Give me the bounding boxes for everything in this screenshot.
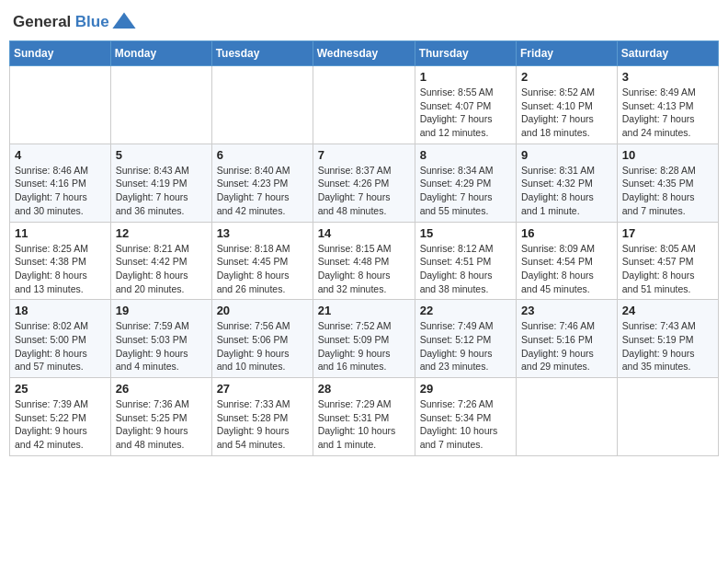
calendar-week-row: 4Sunrise: 8:46 AM Sunset: 4:16 PM Daylig… xyxy=(10,144,719,222)
calendar-header-row: SundayMondayTuesdayWednesdayThursdayFrid… xyxy=(10,41,719,66)
day-info: Sunrise: 8:12 AM Sunset: 4:51 PM Dayligh… xyxy=(420,242,511,296)
calendar-cell: 9Sunrise: 8:31 AM Sunset: 4:32 PM Daylig… xyxy=(517,144,618,222)
calendar-cell: 15Sunrise: 8:12 AM Sunset: 4:51 PM Dayli… xyxy=(415,222,516,300)
day-number: 12 xyxy=(116,226,207,240)
day-number: 13 xyxy=(217,226,308,240)
weekday-header: Saturday xyxy=(617,41,718,66)
day-number: 19 xyxy=(116,304,207,317)
calendar-cell: 23Sunrise: 7:46 AM Sunset: 5:16 PM Dayli… xyxy=(517,300,618,378)
day-info: Sunrise: 7:49 AM Sunset: 5:12 PM Dayligh… xyxy=(420,319,511,373)
day-number: 1 xyxy=(420,70,511,84)
calendar-cell: 13Sunrise: 8:18 AM Sunset: 4:45 PM Dayli… xyxy=(211,222,313,300)
calendar-cell xyxy=(211,66,313,144)
calendar-cell: 7Sunrise: 8:37 AM Sunset: 4:26 PM Daylig… xyxy=(313,144,415,222)
svg-marker-0 xyxy=(112,13,135,29)
day-info: Sunrise: 7:43 AM Sunset: 5:19 PM Dayligh… xyxy=(622,319,713,373)
calendar-cell: 27Sunrise: 7:33 AM Sunset: 5:28 PM Dayli… xyxy=(211,378,313,456)
day-number: 18 xyxy=(15,304,106,317)
logo-line1: General xyxy=(13,13,71,30)
day-info: Sunrise: 8:09 AM Sunset: 4:54 PM Dayligh… xyxy=(521,242,612,296)
header: General Blue xyxy=(9,9,719,35)
day-number: 21 xyxy=(318,304,410,317)
day-number: 5 xyxy=(116,148,207,162)
day-info: Sunrise: 8:02 AM Sunset: 5:00 PM Dayligh… xyxy=(15,319,106,373)
day-number: 15 xyxy=(420,226,511,240)
day-number: 2 xyxy=(521,70,612,84)
calendar-week-row: 1Sunrise: 8:55 AM Sunset: 4:07 PM Daylig… xyxy=(10,66,719,144)
day-info: Sunrise: 8:34 AM Sunset: 4:29 PM Dayligh… xyxy=(420,164,511,218)
day-info: Sunrise: 7:52 AM Sunset: 5:09 PM Dayligh… xyxy=(318,319,410,373)
calendar-week-row: 18Sunrise: 8:02 AM Sunset: 5:00 PM Dayli… xyxy=(10,300,719,378)
day-number: 23 xyxy=(521,304,612,317)
calendar-cell xyxy=(10,66,111,144)
calendar-cell: 10Sunrise: 8:28 AM Sunset: 4:35 PM Dayli… xyxy=(617,144,718,222)
day-info: Sunrise: 7:36 AM Sunset: 5:25 PM Dayligh… xyxy=(116,397,207,452)
calendar-week-row: 25Sunrise: 7:39 AM Sunset: 5:22 PM Dayli… xyxy=(10,378,719,456)
calendar-cell: 19Sunrise: 7:59 AM Sunset: 5:03 PM Dayli… xyxy=(110,300,211,378)
day-number: 27 xyxy=(217,382,308,396)
calendar-cell: 28Sunrise: 7:29 AM Sunset: 5:31 PM Dayli… xyxy=(313,378,415,456)
day-info: Sunrise: 8:37 AM Sunset: 4:26 PM Dayligh… xyxy=(318,164,410,218)
calendar-cell xyxy=(517,378,618,456)
day-info: Sunrise: 8:25 AM Sunset: 4:38 PM Dayligh… xyxy=(15,242,106,296)
day-number: 28 xyxy=(318,382,410,396)
day-info: Sunrise: 8:28 AM Sunset: 4:35 PM Dayligh… xyxy=(622,164,713,218)
day-info: Sunrise: 8:52 AM Sunset: 4:10 PM Dayligh… xyxy=(521,86,612,140)
day-number: 11 xyxy=(15,226,106,240)
day-info: Sunrise: 7:39 AM Sunset: 5:22 PM Dayligh… xyxy=(15,397,106,452)
calendar-cell: 29Sunrise: 7:26 AM Sunset: 5:34 PM Dayli… xyxy=(415,378,516,456)
day-info: Sunrise: 8:18 AM Sunset: 4:45 PM Dayligh… xyxy=(217,242,308,296)
day-number: 9 xyxy=(521,148,612,162)
day-info: Sunrise: 8:40 AM Sunset: 4:23 PM Dayligh… xyxy=(217,164,308,218)
logo: General Blue xyxy=(13,9,137,35)
day-info: Sunrise: 8:15 AM Sunset: 4:48 PM Dayligh… xyxy=(318,242,410,296)
day-info: Sunrise: 8:21 AM Sunset: 4:42 PM Dayligh… xyxy=(116,242,207,296)
day-number: 26 xyxy=(116,382,207,396)
day-info: Sunrise: 8:46 AM Sunset: 4:16 PM Dayligh… xyxy=(15,164,106,218)
day-info: Sunrise: 8:43 AM Sunset: 4:19 PM Dayligh… xyxy=(116,164,207,218)
calendar-cell: 3Sunrise: 8:49 AM Sunset: 4:13 PM Daylig… xyxy=(617,66,718,144)
weekday-header: Monday xyxy=(110,41,211,66)
day-number: 17 xyxy=(622,226,713,240)
calendar-cell xyxy=(617,378,718,456)
calendar-cell: 25Sunrise: 7:39 AM Sunset: 5:22 PM Dayli… xyxy=(10,378,111,456)
calendar-cell: 22Sunrise: 7:49 AM Sunset: 5:12 PM Dayli… xyxy=(415,300,516,378)
calendar-cell: 2Sunrise: 8:52 AM Sunset: 4:10 PM Daylig… xyxy=(517,66,618,144)
day-number: 29 xyxy=(420,382,511,396)
day-info: Sunrise: 8:05 AM Sunset: 4:57 PM Dayligh… xyxy=(622,242,713,296)
day-info: Sunrise: 8:31 AM Sunset: 4:32 PM Dayligh… xyxy=(521,164,612,218)
calendar-cell: 20Sunrise: 7:56 AM Sunset: 5:06 PM Dayli… xyxy=(211,300,313,378)
calendar-cell: 18Sunrise: 8:02 AM Sunset: 5:00 PM Dayli… xyxy=(10,300,111,378)
day-number: 7 xyxy=(318,148,410,162)
calendar-cell: 11Sunrise: 8:25 AM Sunset: 4:38 PM Dayli… xyxy=(10,222,111,300)
calendar-cell: 21Sunrise: 7:52 AM Sunset: 5:09 PM Dayli… xyxy=(313,300,415,378)
calendar-cell xyxy=(313,66,415,144)
calendar-cell: 5Sunrise: 8:43 AM Sunset: 4:19 PM Daylig… xyxy=(110,144,211,222)
weekday-header: Friday xyxy=(517,41,618,66)
day-info: Sunrise: 7:26 AM Sunset: 5:34 PM Dayligh… xyxy=(420,397,511,452)
calendar-cell: 26Sunrise: 7:36 AM Sunset: 5:25 PM Dayli… xyxy=(110,378,211,456)
day-number: 8 xyxy=(420,148,511,162)
day-info: Sunrise: 7:29 AM Sunset: 5:31 PM Dayligh… xyxy=(318,397,410,452)
day-number: 16 xyxy=(521,226,612,240)
calendar-cell: 4Sunrise: 8:46 AM Sunset: 4:16 PM Daylig… xyxy=(10,144,111,222)
calendar-cell: 16Sunrise: 8:09 AM Sunset: 4:54 PM Dayli… xyxy=(517,222,618,300)
day-number: 6 xyxy=(217,148,308,162)
calendar-cell: 17Sunrise: 8:05 AM Sunset: 4:57 PM Dayli… xyxy=(617,222,718,300)
calendar-cell xyxy=(110,66,211,144)
weekday-header: Wednesday xyxy=(313,41,415,66)
calendar-cell: 14Sunrise: 8:15 AM Sunset: 4:48 PM Dayli… xyxy=(313,222,415,300)
calendar-week-row: 11Sunrise: 8:25 AM Sunset: 4:38 PM Dayli… xyxy=(10,222,719,300)
day-info: Sunrise: 8:55 AM Sunset: 4:07 PM Dayligh… xyxy=(420,86,511,140)
day-number: 20 xyxy=(217,304,308,317)
calendar-cell: 8Sunrise: 8:34 AM Sunset: 4:29 PM Daylig… xyxy=(415,144,516,222)
logo-line2: Blue xyxy=(75,13,109,30)
day-number: 22 xyxy=(420,304,511,317)
logo-icon xyxy=(111,9,137,35)
weekday-header: Sunday xyxy=(10,41,111,66)
day-number: 25 xyxy=(15,382,106,396)
calendar-cell: 24Sunrise: 7:43 AM Sunset: 5:19 PM Dayli… xyxy=(617,300,718,378)
day-number: 4 xyxy=(15,148,106,162)
day-info: Sunrise: 8:49 AM Sunset: 4:13 PM Dayligh… xyxy=(622,86,713,140)
weekday-header: Tuesday xyxy=(211,41,313,66)
